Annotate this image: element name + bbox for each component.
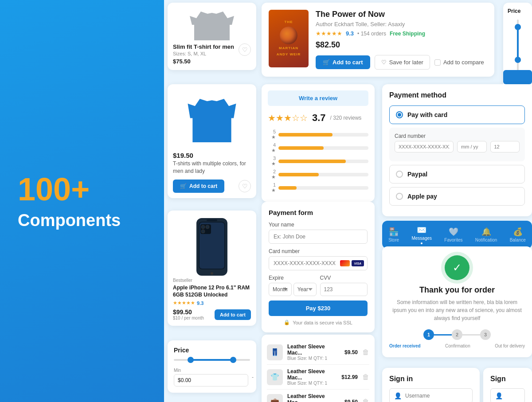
svg-point-5 [211,272,213,275]
book-cover-planet [280,27,297,44]
payment-form-card: Payment form Your name Card number VISA … [262,202,375,332]
add-to-compare-label[interactable]: Add to compare [434,59,484,66]
range-thumb-right[interactable] [230,357,236,363]
pm-cvv-input[interactable] [490,141,520,152]
star-fill [278,133,332,137]
nav-store[interactable]: 🏪 Store [388,227,399,242]
pm-expire-field [457,141,487,152]
username-field: 👤 [389,388,473,402]
mastercard-icon [340,260,350,266]
min-price-input[interactable] [174,374,248,386]
cart-item-meta: Blue Size: M QTY: 1 [287,381,337,386]
avg-count: / 320 reviews [330,115,362,121]
cvv-input[interactable] [320,283,368,296]
cart-item-info: Leather Sleeve Mac... Blue Size: M QTY: … [287,343,340,361]
pay-button[interactable]: Pay $230 [269,301,368,316]
cart-item-delete-button[interactable]: 🗑 [362,398,369,402]
thankyou-description: Some information will be written here, b… [389,298,525,322]
svg-marker-1 [188,99,236,142]
price-apply-button[interactable] [503,70,532,84]
star-bar-row: 3 ★ [268,156,368,167]
cart-item-image: 💼 [267,394,283,402]
signup-card: Sign 👤 [483,368,532,402]
month-select[interactable]: Month [269,283,292,296]
card-icons: VISA [340,260,364,266]
pm-expire-input[interactable] [457,141,487,152]
cart-item: 👕 Leather Sleeve Mac... Blue Size: M QTY… [267,365,369,390]
book-card: THE MARTIAN ANDY WEIR The Power of Now A… [262,3,494,77]
avg-stars: ★★★☆☆ [268,113,308,123]
book-cover-text1: THE [285,20,293,24]
card-label: Card number [269,248,368,254]
pm-card-number-input[interactable] [395,141,454,152]
step-label-1: Order received [389,343,421,348]
year-select[interactable]: Year [293,283,317,296]
card-label-text: Pay with card [407,111,447,118]
price-vertical-slider[interactable] [517,20,519,73]
add-to-cart-button[interactable]: 🛒 Add to cart [316,55,370,69]
slider-thumb-bottom[interactable] [515,57,521,63]
nav-balance[interactable]: 💰 Balance [510,227,526,242]
star-label: 3 ★ [268,156,276,167]
iphone-monthly: $10 / per month [173,316,204,320]
cart-item-image: 👕 [267,369,283,385]
pm-cvv-field [490,141,520,152]
step-line-2 [462,334,480,336]
cart-item-price: $9.50 [344,399,358,402]
expire-cvv-row: Expire Month Year CVV [269,275,368,296]
write-review-button[interactable]: Write a review [268,90,368,106]
cart-items-list: 👖 Leather Sleeve Mac... Blue Size: M QTY… [267,340,369,402]
price-separator: - [252,374,254,380]
min-label: Min [174,368,248,373]
price-right-title: Price [508,8,528,14]
star-track [278,133,368,137]
signin-card: Sign in 👤 [382,368,480,402]
blue-shirt-wishlist-button[interactable]: ♡ [239,180,251,192]
svg-marker-0 [190,12,234,40]
nav-notification[interactable]: 🔔 Notification [475,227,497,242]
price-filter-card: Price Min - Max [168,340,256,393]
star-fill [278,146,324,150]
thankyou-title: Thank you for order [389,285,525,295]
nav-store-label: Store [388,238,399,242]
nav-favorites-label: Favorites [444,238,462,242]
price-range-track[interactable] [174,359,250,361]
paypal-option[interactable]: Paypal [389,165,525,183]
blue-shirt-add-cart-button[interactable]: 🛒 Add to cart [173,180,224,193]
success-icon: ✓ [445,255,469,280]
nav-favorites[interactable]: 🤍 Favorites [444,227,462,242]
save-for-later-button[interactable]: ♡ Save for later [375,55,430,70]
star-track [278,173,368,176]
slider-fill [517,25,519,62]
apple-pay-option[interactable]: Apple pay [389,187,525,206]
visa-icon: VISA [352,260,364,266]
card-number-expire-row [395,141,520,152]
wishlist-button[interactable]: ♡ [239,43,251,56]
cvv-field: CVV [320,275,368,296]
star-label: 2 ★ [268,169,276,180]
card-fields: Card number [389,128,525,161]
svg-point-9 [206,225,209,229]
name-input[interactable] [269,230,368,244]
cart-item-delete-button[interactable]: 🗑 [362,373,369,381]
star-bar-row: 4 ★ [268,142,368,153]
cart-item-delete-button[interactable]: 🗑 [362,348,369,356]
iphone-add-cart-button[interactable]: Add to cart [215,309,251,320]
lock-icon: 🔒 [284,320,290,325]
blue-shirt-price: $19.50 [173,152,251,159]
favorites-icon: 🤍 [449,227,458,237]
shirt-price: $75.50 [173,58,234,65]
book-price: $82.50 [316,40,487,50]
order-steps: 1 2 3 [389,329,525,340]
compare-checkbox[interactable] [434,59,441,66]
slider-thumb-top[interactable] [515,24,521,30]
step-1: 1 [423,329,434,340]
svg-rect-6 [207,219,217,221]
iphone-stars: ★★★★★ [173,300,195,306]
messages-icon: ✉️ [417,225,426,235]
pay-with-card-option[interactable]: Pay with card [389,105,525,124]
username-input[interactable] [405,393,472,399]
nav-messages[interactable]: ✉️ Messages [411,225,432,244]
range-thumb-left[interactable] [188,357,194,363]
iphone-name: Apple iPhone 12 Pro 6.1" RAM 6GB 512GB U… [173,285,251,298]
